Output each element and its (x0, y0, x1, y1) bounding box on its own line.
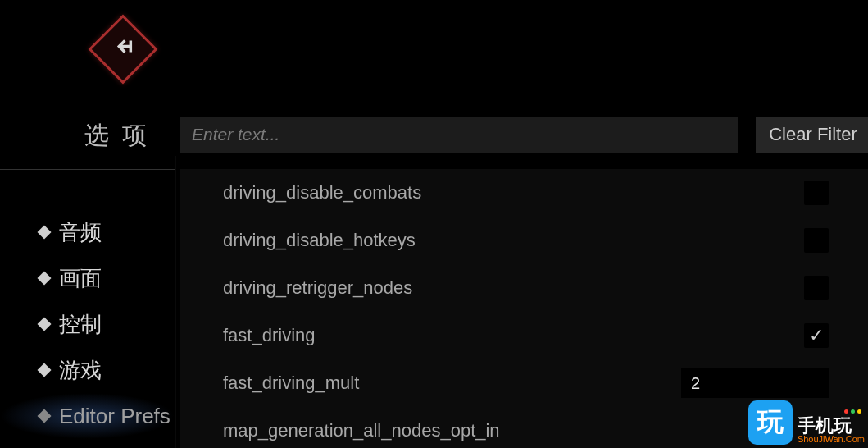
filter-input[interactable] (180, 117, 738, 153)
vertical-divider (175, 156, 176, 448)
setting-label: driving_disable_hotkeys (223, 230, 416, 251)
number-input[interactable]: 2 (681, 368, 829, 398)
setting-row-fast-driving[interactable]: fast_driving ✓ (180, 312, 868, 359)
sidebar-item-audio[interactable]: 音频 (0, 209, 175, 255)
sidebar-item-game[interactable]: 游戏 (0, 347, 175, 393)
sidebar-item-label: 音频 (59, 218, 102, 247)
setting-label: fast_driving (223, 325, 316, 346)
sidebar-separator (0, 169, 175, 170)
diamond-icon (38, 226, 52, 240)
watermark-logo-icon: 玩 (748, 400, 793, 445)
setting-label: fast_driving_mult (223, 373, 359, 394)
diamond-icon (38, 318, 52, 331)
setting-row-driving-disable-hotkeys[interactable]: driving_disable_hotkeys (180, 217, 868, 264)
sidebar-item-editor-prefs[interactable]: Editor Prefs (0, 393, 175, 439)
sidebar-item-display[interactable]: 画面 (0, 255, 175, 301)
number-value: 2 (691, 374, 700, 393)
diamond-icon (38, 363, 52, 377)
checkbox-checked[interactable]: ✓ (804, 323, 829, 348)
checkbox[interactable] (804, 276, 829, 300)
setting-label: map_generation_all_nodes_opt_in (223, 420, 500, 441)
options-screen: 选 项 Clear Filter 音频 画面 控制 游戏 Editor Pref… (0, 0, 868, 448)
setting-row-driving-disable-combats[interactable]: driving_disable_combats (180, 169, 868, 217)
sidebar-item-controls[interactable]: 控制 (0, 301, 175, 347)
sidebar: 音频 画面 控制 游戏 Editor Prefs (0, 209, 175, 439)
page-title: 选 项 (84, 119, 150, 153)
back-button[interactable] (86, 12, 160, 86)
sidebar-item-label: Editor Prefs (59, 404, 170, 429)
checkbox[interactable] (804, 228, 829, 253)
back-arrow-icon (111, 35, 134, 64)
check-icon: ✓ (809, 325, 824, 346)
watermark-dots-icon (844, 409, 861, 414)
diamond-icon (38, 409, 52, 423)
setting-label: driving_retrigger_nodes (223, 277, 412, 299)
sidebar-item-label: 游戏 (59, 356, 102, 385)
watermark-text: 手机玩 ShouJiWan.Com (798, 416, 865, 445)
sidebar-item-label: 控制 (59, 310, 102, 339)
watermark-main: 手机玩 (798, 416, 852, 435)
checkbox[interactable] (804, 181, 829, 205)
setting-label: driving_disable_combats (223, 182, 421, 203)
sidebar-item-label: 画面 (59, 264, 102, 293)
setting-row-driving-retrigger-nodes[interactable]: driving_retrigger_nodes (180, 264, 868, 312)
diamond-icon (38, 272, 52, 286)
watermark-sub: ShouJiWan.Com (798, 435, 865, 445)
clear-filter-button[interactable]: Clear Filter (756, 117, 868, 153)
watermark: 玩 手机玩 ShouJiWan.Com (748, 400, 865, 445)
clear-filter-label: Clear Filter (769, 124, 857, 145)
